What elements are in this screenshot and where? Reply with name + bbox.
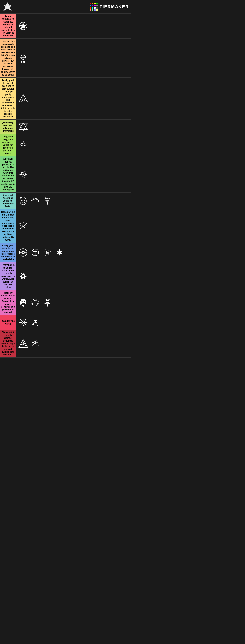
leithanien-svg [43,248,52,257]
laterano-icon [18,169,29,180]
leithania-icon [30,297,41,308]
svg-point-19 [23,141,24,142]
tier-row-2: Hold on, this one actually seems to be a… [0,39,131,78]
iberia-svg [31,248,40,257]
svg-marker-52 [23,326,24,326]
svg-point-67 [35,342,36,344]
tier-row-3: Really good. Like stupidly so. If you're… [0,78,131,120]
svg-point-22 [22,174,24,175]
svg-marker-26 [47,197,48,198]
svg-point-24 [24,200,25,201]
kazdel-svg [19,339,28,348]
svg-rect-29 [47,202,48,204]
rhodes-island-icon [18,20,29,31]
svg-marker-0 [3,2,12,11]
minos-svg [19,248,28,257]
sargon-icon [30,317,41,328]
columbia-icon [18,53,29,64]
svg-marker-54 [26,322,27,323]
svg-marker-45 [34,300,37,302]
svg-point-36 [22,252,24,253]
tier-row-12: it couldn't be worse. [0,315,131,330]
svg-point-43 [22,301,23,302]
svg-point-60 [23,322,24,323]
svg-point-25 [35,198,36,199]
tier-label-5: Very, very, very, very, very good if you… [0,134,16,156]
tier-row-13: Turns out it could be worse. I genuinely… [0,330,131,358]
svg-point-11 [24,62,25,63]
tier-label-8: Honestly? LA and Chicago are probably mo… [0,209,16,242]
tier-content-7 [16,192,131,209]
svg-marker-32 [19,223,21,224]
tier-row-7: Very good, assuming you're not infected … [0,192,131,209]
rim-billiton-icon [18,297,29,308]
tier-label-13: Turns out it could be worse. I genuinely… [0,330,16,358]
tier-content-10 [16,262,131,290]
svg-point-62 [36,321,37,322]
iberia-icon [30,247,41,258]
tier-content-8 [16,209,131,242]
siracusa-svg [19,122,28,132]
tier-label-9: Pretty good socially, but some other fac… [0,243,16,262]
tier-label-12: it couldn't be worse. [0,315,16,330]
tier-label-6: A brutally honest portrayal of the US. T… [0,156,16,192]
tier-content-9 [16,243,131,262]
ursus-empire-svg [19,318,28,327]
svg-point-10 [23,62,24,63]
svg-point-39 [47,252,48,253]
columbia-svg [19,54,28,63]
tier-row-8: Honestly? LA and Chicago are probably mo… [0,209,131,243]
tier-label-3: Really good. Like stupidly so. If you're… [0,78,16,119]
page-container: TIERMAKER Actual paradise. I'd rather li… [0,0,131,358]
tiermaker-label: TIERMAKER [100,4,129,9]
tier-content-2 [16,39,131,78]
svg-point-9 [22,62,22,63]
ursus-empire-icon [18,317,29,328]
tier-row-11: Pretty shit unless you're an elite. Pote… [0,290,131,315]
svg-point-30 [22,226,24,227]
sargon-svg [31,318,40,327]
reunion-icon [30,338,41,349]
svg-marker-63 [19,340,28,347]
tier-content-12 [16,315,131,330]
svg-line-15 [21,98,23,102]
kjerag-svg [19,272,28,281]
svg-marker-31 [23,222,24,223]
victoria-sarkaz-svg [43,298,52,308]
svg-point-44 [24,301,25,302]
siracusa-icon [18,121,29,132]
sami-svg [19,221,28,231]
tier-content-11 [16,290,131,315]
svg-marker-33 [26,223,27,224]
svg-point-40 [59,248,60,250]
tier-content-5 [16,134,131,156]
leithania-svg [31,298,40,308]
tier-label-4: (Potentially) very good only minor drawb… [0,120,16,134]
tier-content-13 [16,330,131,358]
svg-point-42 [23,276,24,277]
svg-rect-46 [47,304,48,306]
tier-row-6: A brutally honest portrayal of the US. T… [0,156,131,192]
ursus-icon [18,93,29,104]
site-logo-icon [2,1,13,12]
tier-label-11: Pretty shit unless you're an elite. Pote… [0,290,16,315]
sami-icon [18,221,29,232]
rhodes-island-svg [19,21,28,31]
kazimierz-svg [43,196,52,206]
kazdel-icon [18,338,29,349]
tier-content-1 [16,14,131,38]
tier-row-9: Pretty good socially, but some other fac… [0,243,131,262]
svg-point-14 [23,100,24,100]
tier-content-4 [16,120,131,134]
kazimierz-icon [42,196,53,206]
tier-label-7: Very good, assuming you're not infected … [0,192,16,209]
tier-label-10: Pretty bad in its current state, but it … [0,262,16,290]
tier-label-2: Hold on, this one actually seems to be a… [0,39,16,78]
rim-billiton-svg [19,298,28,308]
tier-row-10: Pretty bad in its current state, but it … [0,262,131,290]
tier-label-1: Actual paradise. I'd rather live here th… [0,14,16,38]
higashi-icon [54,247,65,258]
minos-icon [18,247,29,258]
ursus-svg [19,94,28,103]
laterano-svg [19,170,28,179]
